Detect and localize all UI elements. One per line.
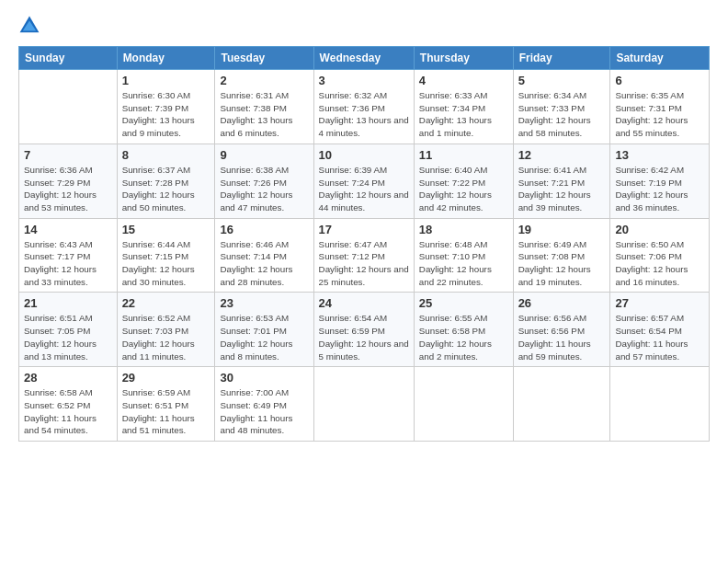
day-info: Sunrise: 6:31 AM Sunset: 7:38 PM Dayligh… [220,89,308,140]
day-number: 30 [220,371,308,385]
day-info: Sunrise: 6:53 AM Sunset: 7:01 PM Dayligh… [220,312,308,362]
calendar-cell: 19Sunrise: 6:49 AM Sunset: 7:08 PM Dayli… [513,218,610,293]
day-info: Sunrise: 6:30 AM Sunset: 7:39 PM Dayligh… [122,89,210,140]
calendar-week-row: 1Sunrise: 6:30 AM Sunset: 7:39 PM Daylig… [19,70,710,144]
calendar-cell: 7Sunrise: 6:36 AM Sunset: 7:29 PM Daylig… [19,144,118,218]
day-info: Sunrise: 6:40 AM Sunset: 7:22 PM Dayligh… [419,164,508,214]
calendar-day-header: Wednesday [313,47,414,70]
day-number: 12 [518,148,606,162]
day-info: Sunrise: 6:41 AM Sunset: 7:21 PM Dayligh… [518,164,606,214]
logo-icon [18,15,40,37]
day-number: 22 [122,296,210,310]
day-info: Sunrise: 6:46 AM Sunset: 7:14 PM Dayligh… [220,238,308,289]
day-info: Sunrise: 6:58 AM Sunset: 6:52 PM Dayligh… [24,386,112,437]
calendar-cell: 23Sunrise: 6:53 AM Sunset: 7:01 PM Dayli… [215,293,313,367]
day-number: 24 [319,296,409,310]
header [18,15,710,37]
day-info: Sunrise: 6:47 AM Sunset: 7:12 PM Dayligh… [319,238,409,289]
calendar-cell: 26Sunrise: 6:56 AM Sunset: 6:56 PM Dayli… [513,293,610,367]
calendar-cell [19,70,118,144]
calendar-cell [513,367,610,442]
day-number: 5 [518,74,606,87]
calendar-day-header: Tuesday [215,47,313,70]
calendar-cell: 15Sunrise: 6:44 AM Sunset: 7:15 PM Dayli… [117,218,215,293]
calendar-cell: 17Sunrise: 6:47 AM Sunset: 7:12 PM Dayli… [313,218,414,293]
calendar-cell: 30Sunrise: 7:00 AM Sunset: 6:49 PM Dayli… [215,367,313,442]
calendar-cell: 28Sunrise: 6:58 AM Sunset: 6:52 PM Dayli… [19,367,118,442]
calendar-day-header: Monday [117,47,215,70]
day-number: 8 [122,148,210,162]
day-info: Sunrise: 6:55 AM Sunset: 6:58 PM Dayligh… [419,312,508,362]
calendar-day-header: Saturday [610,47,710,70]
calendar-week-row: 7Sunrise: 6:36 AM Sunset: 7:29 PM Daylig… [19,144,710,218]
calendar-week-row: 28Sunrise: 6:58 AM Sunset: 6:52 PM Dayli… [19,367,710,442]
calendar-cell: 18Sunrise: 6:48 AM Sunset: 7:10 PM Dayli… [414,218,513,293]
day-info: Sunrise: 6:44 AM Sunset: 7:15 PM Dayligh… [122,238,210,289]
day-info: Sunrise: 6:35 AM Sunset: 7:31 PM Dayligh… [615,89,704,140]
day-info: Sunrise: 6:57 AM Sunset: 6:54 PM Dayligh… [615,312,704,362]
calendar-cell: 25Sunrise: 6:55 AM Sunset: 6:58 PM Dayli… [414,293,513,367]
calendar-cell: 4Sunrise: 6:33 AM Sunset: 7:34 PM Daylig… [414,70,513,144]
day-info: Sunrise: 6:36 AM Sunset: 7:29 PM Dayligh… [24,164,112,214]
day-number: 16 [220,223,308,236]
day-number: 26 [518,296,606,310]
calendar-cell [313,367,414,442]
calendar-cell: 27Sunrise: 6:57 AM Sunset: 6:54 PM Dayli… [610,293,710,367]
day-number: 1 [122,74,210,87]
day-info: Sunrise: 6:56 AM Sunset: 6:56 PM Dayligh… [518,312,606,362]
calendar-day-header: Friday [513,47,610,70]
day-number: 28 [24,371,112,385]
calendar-cell [414,367,513,442]
day-info: Sunrise: 6:51 AM Sunset: 7:05 PM Dayligh… [24,312,112,362]
day-info: Sunrise: 7:00 AM Sunset: 6:49 PM Dayligh… [220,386,308,437]
day-number: 18 [419,223,508,236]
calendar-day-header: Sunday [19,47,118,70]
day-number: 21 [24,296,112,310]
day-info: Sunrise: 6:59 AM Sunset: 6:51 PM Dayligh… [122,386,210,437]
day-number: 27 [615,296,704,310]
day-number: 6 [615,74,704,87]
calendar-cell: 29Sunrise: 6:59 AM Sunset: 6:51 PM Dayli… [117,367,215,442]
day-info: Sunrise: 6:50 AM Sunset: 7:06 PM Dayligh… [615,238,704,289]
day-info: Sunrise: 6:33 AM Sunset: 7:34 PM Dayligh… [419,89,508,140]
day-number: 25 [419,296,508,310]
calendar-day-header: Thursday [414,47,513,70]
day-info: Sunrise: 6:43 AM Sunset: 7:17 PM Dayligh… [24,238,112,289]
day-number: 17 [319,223,409,236]
day-number: 13 [615,148,704,162]
day-number: 29 [122,371,210,385]
day-info: Sunrise: 6:49 AM Sunset: 7:08 PM Dayligh… [518,238,606,289]
day-number: 19 [518,223,606,236]
day-number: 2 [220,74,308,87]
day-info: Sunrise: 6:32 AM Sunset: 7:36 PM Dayligh… [319,89,409,140]
calendar-cell: 5Sunrise: 6:34 AM Sunset: 7:33 PM Daylig… [513,70,610,144]
day-info: Sunrise: 6:52 AM Sunset: 7:03 PM Dayligh… [122,312,210,362]
calendar-cell: 9Sunrise: 6:38 AM Sunset: 7:26 PM Daylig… [215,144,313,218]
calendar-cell: 16Sunrise: 6:46 AM Sunset: 7:14 PM Dayli… [215,218,313,293]
day-number: 15 [122,223,210,236]
day-number: 20 [615,223,704,236]
calendar-cell: 10Sunrise: 6:39 AM Sunset: 7:24 PM Dayli… [313,144,414,218]
day-number: 4 [419,74,508,87]
calendar-cell: 14Sunrise: 6:43 AM Sunset: 7:17 PM Dayli… [19,218,118,293]
calendar-cell: 13Sunrise: 6:42 AM Sunset: 7:19 PM Dayli… [610,144,710,218]
logo [18,15,42,37]
calendar-cell: 11Sunrise: 6:40 AM Sunset: 7:22 PM Dayli… [414,144,513,218]
day-number: 14 [24,223,112,236]
calendar-cell: 2Sunrise: 6:31 AM Sunset: 7:38 PM Daylig… [215,70,313,144]
day-info: Sunrise: 6:34 AM Sunset: 7:33 PM Dayligh… [518,89,606,140]
calendar-cell: 3Sunrise: 6:32 AM Sunset: 7:36 PM Daylig… [313,70,414,144]
calendar-cell: 20Sunrise: 6:50 AM Sunset: 7:06 PM Dayli… [610,218,710,293]
day-number: 7 [24,148,112,162]
calendar-cell: 6Sunrise: 6:35 AM Sunset: 7:31 PM Daylig… [610,70,710,144]
day-number: 10 [319,148,409,162]
day-info: Sunrise: 6:48 AM Sunset: 7:10 PM Dayligh… [419,238,508,289]
calendar-cell: 22Sunrise: 6:52 AM Sunset: 7:03 PM Dayli… [117,293,215,367]
day-number: 23 [220,296,308,310]
calendar-cell: 24Sunrise: 6:54 AM Sunset: 6:59 PM Dayli… [313,293,414,367]
day-info: Sunrise: 6:37 AM Sunset: 7:28 PM Dayligh… [122,164,210,214]
day-number: 11 [419,148,508,162]
page: SundayMondayTuesdayWednesdayThursdayFrid… [0,0,728,563]
calendar-week-row: 14Sunrise: 6:43 AM Sunset: 7:17 PM Dayli… [19,218,710,293]
day-info: Sunrise: 6:39 AM Sunset: 7:24 PM Dayligh… [319,164,409,214]
